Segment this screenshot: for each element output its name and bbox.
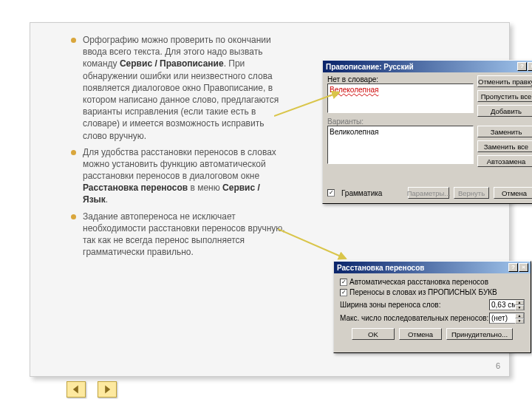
undo-button[interactable]: Вернуть <box>454 187 489 199</box>
misspelled-word: Велеколепная <box>330 86 378 94</box>
arrow-right-icon <box>102 384 112 395</box>
close-button[interactable]: × <box>528 62 532 71</box>
bullet-item: Для удобства расстановки переносов в сло… <box>71 146 285 206</box>
add-button[interactable]: Добавить <box>477 105 532 117</box>
max-value: (нет) <box>491 314 508 322</box>
spin-up-icon[interactable]: ▲ <box>515 313 524 318</box>
close-button[interactable]: × <box>519 263 528 272</box>
prev-slide-button[interactable] <box>66 381 86 398</box>
variants-label: Варианты: <box>327 117 474 126</box>
replace-button[interactable]: Заменить <box>477 126 532 137</box>
caps-hyphen-checkbox[interactable]: ✓ <box>340 289 347 296</box>
auto-hyphen-label: Автоматическая расстановка переносов <box>349 278 488 286</box>
annotation-arrow <box>278 226 352 263</box>
slide-frame: Орфографию можно проверить по окончании … <box>30 22 510 377</box>
page-number: 6 <box>496 361 500 370</box>
dialog-title: Расстановка переносов <box>337 264 424 272</box>
hyphenation-dialog: Расстановка переносов ? × ✓ Автоматическ… <box>333 261 531 353</box>
spin-down-icon[interactable]: ▼ <box>515 305 524 310</box>
help-button[interactable]: ? <box>517 62 527 71</box>
bold: Сервис / Правописание <box>120 58 224 69</box>
not-in-dict-label: Нет в словаре: <box>327 75 474 83</box>
text: в меню <box>188 183 222 193</box>
cancel-button[interactable]: Отмена <box>399 328 442 340</box>
not-in-dict-box[interactable]: Велеколепная <box>327 83 474 113</box>
force-button[interactable]: Принудительно... <box>446 328 513 340</box>
nav-arrows <box>66 381 117 398</box>
zone-value: 0,63 см <box>491 301 516 309</box>
spin-up-icon[interactable]: ▲ <box>515 300 524 305</box>
next-slide-button[interactable] <box>98 381 117 398</box>
bullet-item: Орфографию можно проверить по окончании … <box>71 34 285 142</box>
max-label: Макс. число последовательных переносов: <box>340 314 488 322</box>
zone-label: Ширина зоны переноса слов: <box>340 301 440 309</box>
text: Для удобства расстановки переносов в сло… <box>83 147 276 181</box>
max-spin[interactable]: (нет) ▲▼ <box>489 313 525 324</box>
spellcheck-dialog: Правописание: Русский ? × Нет в словаре:… <box>322 60 532 204</box>
text: . При обнаружении ошибки или неизвестног… <box>83 58 279 140</box>
svg-line-1 <box>278 229 346 259</box>
bold: Расстановка переносов <box>83 183 188 193</box>
arrow-left-icon <box>71 384 81 395</box>
suggestion: Великолепная <box>330 128 378 136</box>
caps-hyphen-label: Переносы в словах из ПРОПИСНЫХ БУКВ <box>349 288 497 296</box>
spin-down-icon[interactable]: ▼ <box>515 318 524 324</box>
options-button[interactable]: Параметры... <box>408 187 449 199</box>
zone-spin[interactable]: 0,63 см ▲▼ <box>489 299 525 310</box>
help-button[interactable]: ? <box>508 263 518 272</box>
grammar-checkbox[interactable]: ✓ <box>327 189 335 197</box>
autocorrect-button[interactable]: Автозамена <box>477 155 532 167</box>
text: . <box>106 194 108 205</box>
auto-hyphen-checkbox[interactable]: ✓ <box>340 279 347 286</box>
skip-all-button[interactable]: Пропустить все <box>477 90 532 102</box>
dialog-title: Правописание: Русский <box>326 63 414 71</box>
skip-button[interactable]: Отменить правку <box>477 75 532 87</box>
cancel-button[interactable]: Отмена <box>494 187 532 199</box>
body-text: Орфографию можно проверить по окончании … <box>71 34 285 262</box>
grammar-label: Грамматика <box>341 189 382 197</box>
text: Задание автопереноса не исключает необхо… <box>83 211 285 258</box>
ok-button[interactable]: OK <box>352 328 395 340</box>
bullet-item: Задание автопереноса не исключает необхо… <box>71 211 285 259</box>
variants-box[interactable]: Великолепная <box>327 126 474 164</box>
replace-all-button[interactable]: Заменить все <box>477 140 532 152</box>
titlebar[interactable]: Расстановка переносов ? × <box>334 262 531 273</box>
titlebar[interactable]: Правописание: Русский ? × <box>323 61 532 72</box>
